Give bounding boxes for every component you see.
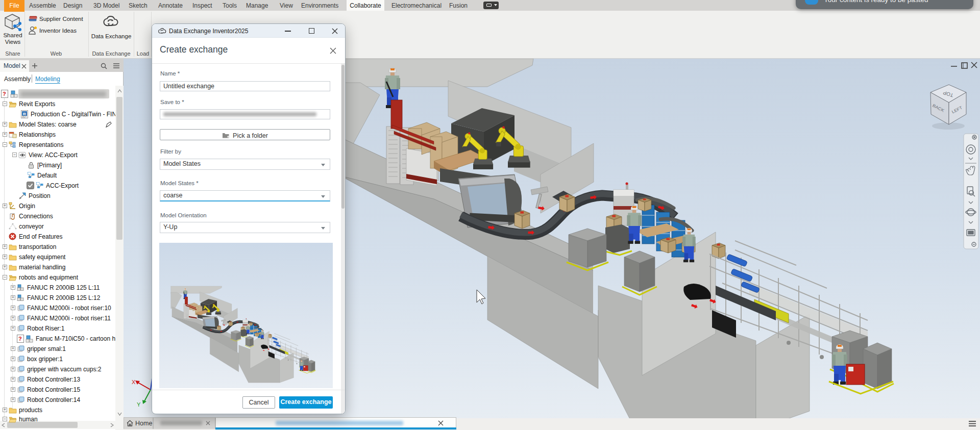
svg-text:X: X bbox=[132, 379, 136, 385]
svg-text:?: ? bbox=[3, 91, 6, 97]
svg-text:RVT: RVT bbox=[22, 116, 27, 118]
svg-text:?: ? bbox=[18, 336, 22, 342]
svg-text:Y: Y bbox=[137, 401, 141, 408]
